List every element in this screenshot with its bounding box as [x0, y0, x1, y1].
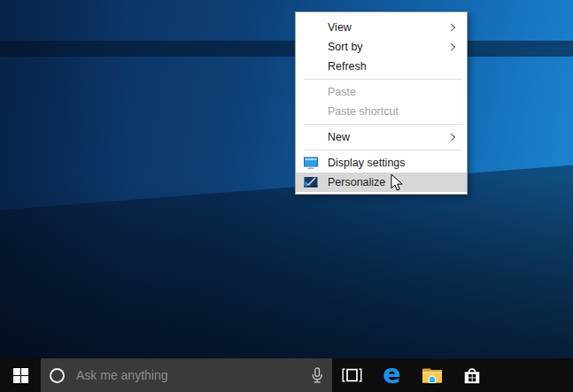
cortana-search-box[interactable]: [41, 358, 332, 392]
menu-item-refresh[interactable]: Refresh: [296, 57, 467, 76]
task-view-icon: [342, 367, 362, 383]
menu-item-label: Paste shortcut: [328, 105, 399, 118]
menu-item-label: Refresh: [328, 60, 367, 73]
start-button[interactable]: [0, 358, 41, 392]
file-explorer-icon: [422, 367, 443, 384]
display-settings-icon: [304, 156, 318, 170]
microphone-button[interactable]: [303, 358, 331, 392]
menu-item-label: View: [328, 21, 352, 34]
desktop-wallpaper[interactable]: [0, 0, 573, 358]
edge-browser-icon: e: [383, 361, 400, 388]
menu-item-new[interactable]: New: [296, 127, 467, 147]
submenu-arrow-icon: [447, 134, 454, 141]
menu-item-personalize[interactable]: Personalize: [296, 173, 467, 192]
microphone-icon: [308, 366, 326, 385]
taskbar: e: [0, 358, 573, 392]
menu-item-label: Sort by: [328, 41, 363, 53]
menu-separator: [304, 150, 462, 150]
cortana-circle-icon: [50, 368, 65, 383]
menu-item-paste: Paste: [296, 82, 467, 102]
menu-item-label: Display settings: [328, 157, 406, 169]
menu-item-label: Paste: [328, 86, 356, 98]
wallpaper-shading: [0, 0, 573, 358]
file-explorer-button[interactable]: [412, 358, 452, 392]
menu-separator: [304, 79, 462, 80]
menu-item-sort-by[interactable]: Sort by: [296, 37, 467, 57]
menu-item-label: Personalize: [328, 176, 385, 188]
menu-item-display-settings[interactable]: Display settings: [296, 153, 467, 173]
desktop-context-menu: View Sort by Refresh Paste Paste shortcu…: [295, 12, 468, 195]
search-input[interactable]: [74, 367, 265, 383]
submenu-arrow-icon: [447, 24, 454, 31]
menu-item-label: New: [328, 131, 350, 143]
menu-separator: [304, 124, 462, 125]
menu-item-view[interactable]: View: [296, 18, 467, 37]
store-icon: [462, 365, 482, 385]
store-button[interactable]: [452, 358, 492, 392]
edge-browser-button[interactable]: e: [372, 358, 412, 392]
task-view-button[interactable]: [332, 358, 372, 392]
windows-logo-icon: [13, 368, 28, 383]
submenu-arrow-icon: [447, 43, 454, 50]
menu-item-paste-shortcut: Paste shortcut: [296, 102, 467, 121]
personalize-icon: [304, 175, 318, 189]
